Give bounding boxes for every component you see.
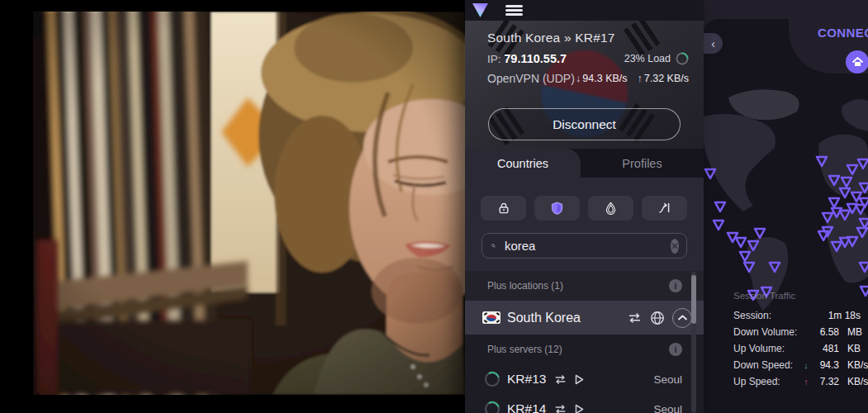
shield-icon xyxy=(551,202,563,215)
feature-filter-row xyxy=(481,196,687,221)
session-traffic-title: Session Traffic xyxy=(733,291,868,301)
collapse-country-button[interactable] xyxy=(672,308,692,328)
connection-status-label: CONNECTED xyxy=(818,26,868,40)
server-load-ring xyxy=(676,52,689,65)
country-row-south-korea[interactable]: South Korea xyxy=(465,301,704,335)
hamburger-menu-icon[interactable] xyxy=(505,5,523,16)
server-load-label: 23% Load xyxy=(624,53,671,64)
session-row: Down Volume: 6.58 MB xyxy=(733,324,868,340)
lock-icon xyxy=(497,202,510,215)
server-row-kr14[interactable]: KR#14 Seoul xyxy=(465,394,704,413)
secure-core-filter-button[interactable] xyxy=(481,196,526,221)
search-icon xyxy=(491,240,496,252)
up-arrow-icon: ↑ xyxy=(801,377,811,387)
search-input[interactable] xyxy=(503,238,671,254)
proton-vpn-logo-icon xyxy=(472,3,488,17)
server-load-ring xyxy=(484,401,500,413)
home-icon xyxy=(852,57,863,67)
server-city: Seoul xyxy=(653,403,682,413)
session-traffic-panel: Session Traffic Session: 1m 18s Down Vol… xyxy=(733,291,868,390)
down-arrow-icon: ↓ xyxy=(576,73,581,84)
server-name: KR#13 xyxy=(507,372,546,387)
p2p-filter-button[interactable] xyxy=(642,196,687,221)
ip-address: IP: 79.110.55.7 xyxy=(487,52,567,65)
server-city: Seoul xyxy=(653,373,682,386)
server-load-ring xyxy=(484,371,500,387)
netshield-filter-button[interactable] xyxy=(534,196,580,221)
country-name: South Korea xyxy=(507,311,627,325)
movie-scene xyxy=(0,0,465,413)
vpn-sidebar: South Korea » KR#17 IP: 79.110.55.7 23% … xyxy=(465,0,704,413)
chevron-left-icon: ‹ xyxy=(711,37,715,50)
title-bar xyxy=(465,0,704,21)
screen: South Korea » KR#17 IP: 79.110.55.7 23% … xyxy=(0,0,868,413)
home-button[interactable] xyxy=(846,50,868,74)
session-row: Up Speed: ↑ 7.32 KB/s xyxy=(733,373,868,390)
info-icon[interactable]: i xyxy=(669,279,682,292)
chevron-up-icon xyxy=(678,315,687,320)
session-row: Up Volume: 481 KB xyxy=(733,340,868,357)
swap-servers-icon[interactable] xyxy=(553,374,567,385)
tor-filter-button[interactable] xyxy=(588,196,633,221)
swap-servers-icon[interactable] xyxy=(627,312,643,324)
south-korea-flag-icon xyxy=(482,311,500,324)
disconnect-button[interactable]: Disconnect xyxy=(488,108,681,140)
tor-onion-icon xyxy=(605,202,617,215)
plus-servers-header: Plus servers (12) i xyxy=(465,335,704,364)
session-row: Session: 1m 18s xyxy=(733,307,868,324)
p2p-arrow-icon xyxy=(657,202,671,215)
tab-profiles[interactable]: Profiles xyxy=(581,149,704,178)
info-icon[interactable]: i xyxy=(669,343,682,356)
server-row-kr13[interactable]: KR#13 Seoul xyxy=(465,364,704,394)
search-box: ✕ xyxy=(481,233,687,259)
map-panel: CONNECTED ‹ Session Traffic Session: 1m … xyxy=(704,0,868,413)
globe-icon[interactable] xyxy=(650,311,665,325)
connected-server-title: South Korea » KR#17 xyxy=(487,31,689,45)
plus-locations-header: Plus locations (1) i xyxy=(465,271,704,301)
connection-header: South Korea » KR#17 IP: 79.110.55.7 23% … xyxy=(465,21,704,149)
swap-servers-icon[interactable] xyxy=(553,404,567,413)
connect-play-icon[interactable] xyxy=(575,374,584,385)
header-speeds: ↓94.3 KB/s ↑7.32 KB/s xyxy=(576,73,689,84)
up-arrow-icon: ↑ xyxy=(638,73,643,84)
tab-countries[interactable]: Countries xyxy=(465,149,581,178)
scrollbar-thumb[interactable] xyxy=(691,275,696,324)
clear-search-icon[interactable]: ✕ xyxy=(671,239,679,254)
session-row: Down Speed: ↓ 94.3 KB/s xyxy=(733,357,868,373)
server-name: KR#14 xyxy=(507,401,546,413)
countries-panel: ✕ Plus locations (1) i South Korea xyxy=(465,178,704,413)
protocol-label: OpenVPN (UDP) xyxy=(487,72,575,85)
connect-play-icon[interactable] xyxy=(575,404,584,413)
tab-bar: Countries Profiles xyxy=(465,149,704,178)
video-player-window[interactable] xyxy=(0,0,465,413)
down-arrow-icon: ↓ xyxy=(801,360,811,370)
